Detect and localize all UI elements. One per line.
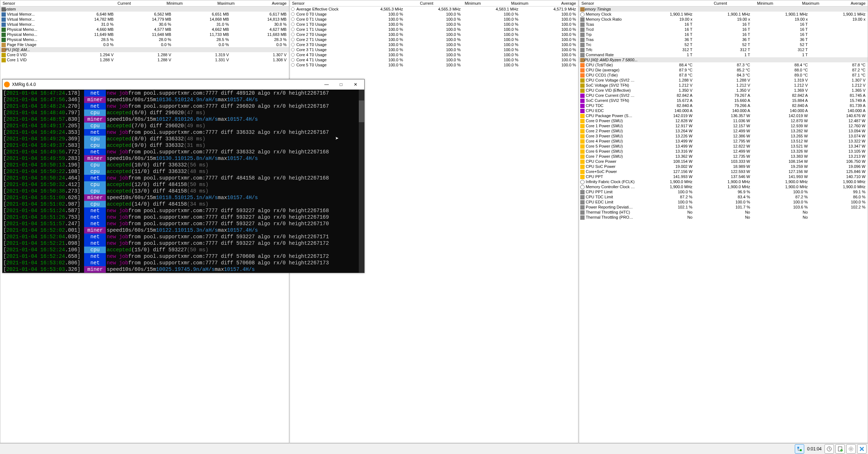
header-row[interactable]: Sensor Current Minimum Maximum Average <box>0 0 289 7</box>
sensor-row[interactable]: Tras 36 T36 T36 T <box>579 37 868 42</box>
sensor-row[interactable]: Command Rate 1 T1 T1 T <box>579 52 868 57</box>
col-max[interactable]: Maximum <box>185 0 237 7</box>
sensor-row[interactable]: Core 0 VID 1.294 V1.288 V1.319 V1.307 V <box>0 52 289 57</box>
sensor-group[interactable]: CPU [#0]: AMD Ryzen 7 5800... <box>579 57 868 62</box>
sensor-row[interactable]: CPU EDC 140.000 A140.000 A140.000 A140.0… <box>579 108 868 113</box>
sensor-row[interactable]: SoC Current (SVI2 TFN) 15.672 A15.660 A1… <box>579 98 868 103</box>
log-button[interactable] <box>835 444 845 454</box>
sensor-row[interactable]: Trfc 312 T312 T312 T <box>579 47 868 52</box>
sensor-row[interactable]: CPU Package Power (SMU) 142.019 W136.357… <box>579 113 868 118</box>
sensor-row[interactable]: Physical Memo... 11,649 MB11,648 MB11,73… <box>0 32 289 37</box>
sensor-row[interactable]: Page File Usage 0.0 %0.0 %0.0 %0.0 % <box>0 42 289 47</box>
watt-icon <box>580 139 585 144</box>
sensor-row[interactable]: Core 3 T0 Usage 100.0 %100.0 %100.0 %100… <box>290 42 578 47</box>
sensor-row[interactable]: Memory Clock 1,900.1 MHz1,900.1 MHz1,900… <box>579 12 868 17</box>
sensor-row[interactable]: Core 4 T0 Usage 100.0 %100.0 %100.0 %100… <box>290 52 578 57</box>
sensor-row[interactable]: Core 4 Power (SMU) 13.499 W12.795 W13.51… <box>579 139 868 144</box>
xmrig-console-window[interactable]: XMRig 6.4.0 — □ ✕ [2021-01-04 16:47:24.1… <box>2 79 365 273</box>
close-button[interactable]: ✕ <box>348 80 363 89</box>
col-sensor[interactable]: Sensor <box>290 0 388 7</box>
sensor-group[interactable]: Memory Timings <box>579 7 868 12</box>
sensor-row[interactable]: Core 7 Power (SMU) 13.362 W12.735 W13.38… <box>579 154 868 159</box>
sensor-row[interactable]: CPU EDC Limit 100.0 %100.0 %100.0 %100.0… <box>579 199 868 205</box>
col-avg[interactable]: Average <box>531 0 578 7</box>
col-min[interactable]: Minimum <box>435 0 483 7</box>
clk-icon <box>580 12 585 17</box>
sensor-row[interactable]: Core 0 T1 Usage 100.0 %100.0 %100.0 %100… <box>290 17 578 22</box>
sensor-row[interactable]: Infinity Fabric Clock (FCLK) 1,900.0 MHz… <box>579 179 868 184</box>
sensor-row[interactable]: Physical Memo... 28.5 %28.0 %28.5 %28.3 … <box>0 37 289 42</box>
log-line: [2021-01-04 16:51:00.626] miner speed 10… <box>3 194 364 201</box>
col-max[interactable]: Maximum <box>483 0 531 7</box>
close-button[interactable] <box>857 444 867 454</box>
sensor-row[interactable]: Power Reporting Deviation (A... 102.1 %1… <box>579 205 868 210</box>
sensor-row[interactable]: Core 2 Power (SMU) 13.264 W12.499 W13.28… <box>579 128 868 133</box>
clock-button[interactable] <box>825 444 834 454</box>
sensor-row[interactable]: Core 3 T1 Usage 100.0 %100.0 %100.0 %100… <box>290 47 578 52</box>
log-line: [2021-01-04 16:51:57.247] net new job fr… <box>3 220 364 227</box>
col-current[interactable]: Current <box>683 0 729 7</box>
temp-icon <box>580 63 585 67</box>
settings-button[interactable] <box>846 444 856 454</box>
net-button[interactable] <box>795 444 804 454</box>
sensor-row[interactable]: CPU Core VID (Effective) 1.350 V1.350 V1… <box>579 88 868 93</box>
sensor-row[interactable]: CPU CCD1 (Tdie) 87.8 °C84.3 °C89.0 °C87.… <box>579 73 868 78</box>
sensor-row[interactable]: Trc 52 T52 T52 T <box>579 42 868 47</box>
sensor-row[interactable]: Virtual Memor... 6,648 MB6,562 MB6,651 M… <box>0 12 289 17</box>
sensor-row[interactable]: CPU PPT 141.993 W137.546 W141.993 W140.7… <box>579 174 868 179</box>
sensor-row[interactable]: Core+SoC Power 127.156 W122.593 W127.156… <box>579 169 868 174</box>
sensor-row[interactable]: Virtual Memor... 14,782 MB14,779 MB14,86… <box>0 17 289 22</box>
col-current[interactable]: Current <box>388 0 435 7</box>
col-avg[interactable]: Average <box>237 0 288 7</box>
sensor-row[interactable]: CPU Core Voltage (SVI2 TFN) 1.288 V1.288… <box>579 78 868 83</box>
sensor-row[interactable]: Core 4 T1 Usage 100.0 %100.0 %100.0 %100… <box>290 57 578 62</box>
sensor-group[interactable]: CPU [#0]: AM... <box>0 47 289 52</box>
sensor-row[interactable]: Virtual Memor... 31.0 %30.6 %31.0 %30.8 … <box>0 22 289 27</box>
col-avg[interactable]: Average <box>822 0 868 7</box>
sensor-row[interactable]: Core 5 Power (SMU) 13.499 W12.822 W13.52… <box>579 144 868 149</box>
sensor-row[interactable]: Thermal Throttling (HTC) NoNoNo <box>579 210 868 215</box>
header-row[interactable]: Sensor Current Minimum Maximum Average <box>579 0 868 7</box>
sensor-row[interactable]: Tcas 16 T16 T16 T <box>579 22 868 27</box>
console-output[interactable]: [2021-01-04 16:47:24.178] net new job fr… <box>3 90 364 273</box>
col-min[interactable]: Minimum <box>133 0 185 7</box>
sensor-row[interactable]: CPU (Tctl/Tdie) 88.4 °C87.3 °C88.4 °C87.… <box>579 62 868 67</box>
sensor-row[interactable]: SoC Voltage (SVI2 TFN) 1.212 V1.212 V1.2… <box>579 83 868 88</box>
sensor-row[interactable]: Core 1 VID 1.288 V1.288 V1.331 V1.308 V <box>0 57 289 62</box>
sensor-row[interactable]: Core 1 T0 Usage 100.0 %100.0 %100.0 %100… <box>290 22 578 27</box>
sensor-row[interactable]: CPU PPT Limit 100.0 %96.9 %100.0 %99.1 % <box>579 189 868 194</box>
sensor-row[interactable]: Core 2 T1 Usage 100.0 %100.0 %100.0 %100… <box>290 37 578 42</box>
sensor-row[interactable]: CPU TDC 82.840 A79.266 A82.840 A81.739 A <box>579 103 868 108</box>
sensor-row[interactable]: Trp 16 T16 T16 T <box>579 32 868 37</box>
col-sensor[interactable]: Sensor <box>579 0 683 7</box>
sensor-row[interactable]: Thermal Throttling (PROCHO... NoNoNo <box>579 215 868 220</box>
sensor-row[interactable]: CPU Die (average) 87.9 °C85.2 °C88.0 °C8… <box>579 67 868 73</box>
sensor-row[interactable]: Memory Clock Ratio 19.00 x19.00 x19.00 x… <box>579 17 868 22</box>
sensor-row[interactable]: CPU SoC Power 19.002 W18.989 W19.259 W19… <box>579 164 868 169</box>
sensor-row[interactable]: CPU TDC Limit 87.2 %83.4 %87.2 %86.0 % <box>579 194 868 199</box>
header-row[interactable]: Sensor Current Minimum Maximum Average <box>290 0 578 7</box>
sensor-row[interactable]: Trcd 16 T16 T16 T <box>579 27 868 32</box>
sensor-group[interactable]: System <box>0 7 289 12</box>
col-max[interactable]: Maximum <box>775 0 821 7</box>
sensor-row[interactable]: Core 6 Power (SMU) 13.316 W12.499 W13.32… <box>579 149 868 154</box>
sensor-row[interactable]: Average Effective Clock 4,565.3 MHz4,565… <box>290 7 578 12</box>
sensor-row[interactable]: Memory Controller Clock (UCLK) 1,900.0 M… <box>579 184 868 189</box>
maximize-button[interactable]: □ <box>334 80 348 89</box>
console-scrollbar[interactable] <box>359 90 364 273</box>
sensor-row[interactable]: CPU Core Power 108.154 W103.333 W108.154… <box>579 159 868 164</box>
sensor-row[interactable]: Core 2 T0 Usage 100.0 %100.0 %100.0 %100… <box>290 32 578 37</box>
col-min[interactable]: Minimum <box>729 0 775 7</box>
minimize-button[interactable]: — <box>319 80 334 89</box>
sensor-row[interactable]: Core 1 T1 Usage 100.0 %100.0 %100.0 %100… <box>290 27 578 32</box>
sensor-row[interactable]: Physical Memo... 4,660 MB4,577 MB4,662 M… <box>0 27 289 32</box>
sensor-row[interactable]: Core 1 Power (SMU) 12.917 W12.157 W12.93… <box>579 123 868 128</box>
titlebar[interactable]: XMRig 6.4.0 — □ ✕ <box>3 79 364 90</box>
sensor-row[interactable]: Core 0 Power (SMU) 12.828 W11.036 W12.87… <box>579 118 868 123</box>
col-sensor[interactable]: Sensor <box>0 0 81 7</box>
sensor-row[interactable]: Core 5 T0 Usage 100.0 %100.0 %100.0 %100… <box>290 62 578 67</box>
sensor-row[interactable]: CPU Core Current (SVI2 TFN) 82.842 A79.2… <box>579 93 868 98</box>
sensor-row[interactable]: Core 3 Power (SMU) 13.226 W12.386 W13.26… <box>579 133 868 139</box>
sensor-row[interactable]: Core 0 T0 Usage 100.0 %100.0 %100.0 %100… <box>290 12 578 17</box>
col-current[interactable]: Current <box>81 0 133 7</box>
